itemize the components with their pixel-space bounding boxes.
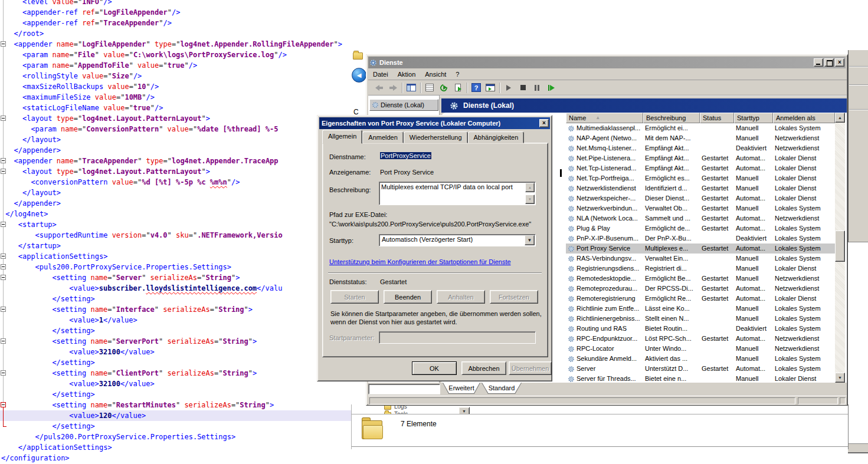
scroll-up-button[interactable]: ▲ <box>525 183 535 192</box>
service-row[interactable]: Remotedesktopdie...Ermöglicht Be...Gesta… <box>566 274 835 284</box>
fold-collapse-box[interactable] <box>1 307 6 312</box>
service-row[interactable]: Registrierungsdiens...Registriert di...M… <box>566 264 835 274</box>
scrollbar-thumb[interactable] <box>835 231 845 262</box>
service-row[interactable]: RPC-Endpunktzuor...Löst RPC-Sch...Gestar… <box>566 334 835 344</box>
service-row[interactable]: Routing und RASBietet Routin...Deaktivie… <box>566 324 835 334</box>
view-tab-erweitert[interactable]: Erweitert <box>443 383 480 394</box>
toolbar-back-button[interactable] <box>372 81 386 94</box>
menu-item-Ansicht[interactable]: Ansicht <box>420 71 451 78</box>
tab-wiederherstellung[interactable]: Wiederherstellung <box>404 131 468 143</box>
service-row[interactable]: Server für Threads...Bietet eine n...Man… <box>566 374 835 383</box>
fold-collapse-box[interactable] <box>1 222 6 227</box>
stop-service-button[interactable] <box>516 81 530 94</box>
anhalten-button[interactable]: Anhalten <box>437 290 485 304</box>
service-cell-name: Netzwerkspeicher-... <box>566 193 643 203</box>
tab-anmelden[interactable]: Anmelden <box>362 131 404 143</box>
fold-collapse-box[interactable] <box>1 41 6 47</box>
starttyp-select[interactable]: Automatisch (Verzögerter Start) ▼ <box>379 234 536 246</box>
close-icon[interactable]: × <box>539 119 549 127</box>
maximize-button[interactable] <box>824 58 834 67</box>
service-row[interactable]: Net.Msmq-Listener...Empfängt Akt...Deakt… <box>566 143 835 153</box>
dialog-titlebar[interactable]: Eigenschaften von Port Proxy Service (Lo… <box>319 117 550 129</box>
fold-collapse-box[interactable] <box>1 370 6 376</box>
properties-button[interactable] <box>422 81 437 94</box>
column-header-beschreibung[interactable]: Beschreibung <box>643 113 700 123</box>
menu-item-Datei[interactable]: Datei <box>368 71 393 78</box>
service-row[interactable]: NLA (Network Loca...Sammelt und ...Gesta… <box>566 213 835 223</box>
fold-collapse-box[interactable] <box>1 402 6 407</box>
fold-collapse-box[interactable] <box>1 254 6 259</box>
service-cell-starttyp: Manuell <box>734 264 773 274</box>
service-cell-starttyp: Manuell <box>734 374 773 383</box>
abbrechen-button[interactable]: Abbrechen <box>461 361 506 375</box>
fold-collapse-box[interactable] <box>1 169 6 174</box>
starten-button[interactable]: Starten <box>330 290 379 304</box>
service-row[interactable]: NAP-Agent (Netwo...Mit dem NAP-...Manuel… <box>566 133 835 143</box>
properties-dialog: Eigenschaften von Port Proxy Service (Lo… <box>317 115 552 381</box>
scroll-down-button[interactable]: ▼ <box>835 373 845 383</box>
fold-collapse-box[interactable] <box>1 158 6 163</box>
service-row[interactable]: Netzwerkspeicher-...Dieser Dienst...Gest… <box>566 193 835 203</box>
service-row[interactable]: RAS-Verbindungsv...Verwaltet Ein...Manue… <box>566 254 835 264</box>
service-row[interactable]: Netzwerkverbindun...Verwaltet Ob...Gesta… <box>566 203 835 213</box>
export-list-button[interactable] <box>451 81 465 94</box>
column-header-name[interactable]: Name▲ <box>566 113 643 123</box>
code-line: <appender-ref ref="TraceAppender"/> <box>0 18 868 28</box>
startparameter-input[interactable] <box>379 331 536 344</box>
chevron-down-icon[interactable]: ▼ <box>525 235 535 245</box>
service-gear-icon <box>568 356 575 363</box>
fold-collapse-box[interactable] <box>1 116 6 121</box>
view-tab-standard[interactable]: Standard <box>482 383 522 394</box>
service-row[interactable]: Net.Pipe-Listenera...Empfängt Akt...Gest… <box>566 153 835 163</box>
beschreibung-label: Beschreibung: <box>329 186 371 193</box>
refresh-button[interactable] <box>437 81 451 94</box>
menu-item-Aktion[interactable]: Aktion <box>393 71 421 78</box>
service-row[interactable]: Port Proxy ServiceMultiplexes e...Gestar… <box>566 243 835 254</box>
service-row[interactable]: RPC-LocatorUnter Windo...ManuellNetzwerk… <box>566 344 835 354</box>
service-row[interactable]: Remoteprozedurau...Der RPCSS-Di...Gestar… <box>566 284 835 294</box>
toolbar-forward-button[interactable] <box>386 81 400 94</box>
services-window-titlebar[interactable]: Dienste × <box>368 57 846 68</box>
service-row[interactable]: Multimediaklassenpl...Ermöglicht ei...Ma… <box>566 123 835 133</box>
menu-item-help[interactable]: ? <box>451 71 464 78</box>
column-header-starttyp[interactable]: Starttyp <box>734 113 773 123</box>
service-row[interactable]: Richtlinie zum Entfe...Lässt eine Ko...M… <box>566 304 835 314</box>
service-row[interactable]: Net.Tcp-Listenerad...Empfängt Akt...Gest… <box>566 163 835 173</box>
extended-view-button[interactable] <box>483 81 497 94</box>
fold-collapse-box[interactable] <box>1 275 6 280</box>
svc-header[interactable]: Name▲BeschreibungStatusStarttypAnmelden … <box>566 113 835 123</box>
close-button[interactable]: × <box>835 58 844 67</box>
tab-abhängigkeiten[interactable]: Abhängigkeiten <box>468 131 525 143</box>
help-button[interactable]: ? <box>469 81 483 94</box>
scroll-up-button[interactable]: ▲ <box>835 113 845 123</box>
pause-service-button[interactable] <box>530 81 544 94</box>
fortsetzen-button[interactable]: Fortsetzen <box>490 290 538 304</box>
column-header-anmelden-als[interactable]: Anmelden als <box>773 113 835 123</box>
service-row[interactable]: ServerUnterstützt D...GestartetAutomat..… <box>566 364 835 374</box>
scrollbar[interactable]: ▲ ▼ <box>835 113 845 383</box>
beschreibung-field[interactable]: Multiplexes external TCP/IP data on loca… <box>379 182 536 205</box>
fold-gutter[interactable] <box>0 0 8 464</box>
service-row[interactable]: Plug & PlayErmöglicht de...GestartetAuto… <box>566 223 835 233</box>
service-row[interactable]: NetzwerklistendienstIdentifiziert d...Ge… <box>566 183 835 193</box>
show-console-tree-button[interactable] <box>404 81 418 94</box>
start-service-button[interactable] <box>502 81 516 94</box>
fold-collapse-box[interactable] <box>1 338 6 344</box>
beenden-button[interactable]: Beenden <box>384 290 432 304</box>
service-row[interactable]: RemoteregistrierungErmöglicht Re...Gesta… <box>566 294 835 304</box>
back-button[interactable]: ◀ <box>352 68 366 83</box>
service-row[interactable]: Richtlinienergebniss...Stellt einen N...… <box>566 314 835 324</box>
startoptionen-help-link[interactable]: Unterstützung beim Konfigurieren der Sta… <box>329 258 511 265</box>
tree-item-dienste-lokal[interactable]: Dienste (Lokal) <box>369 99 438 111</box>
tab-allgemein[interactable]: Allgemein <box>322 130 362 144</box>
service-row[interactable]: Sekundäre Anmeld...Aktiviert das ...Manu… <box>566 354 835 364</box>
minimize-button[interactable] <box>814 58 823 67</box>
fold-collapse-box[interactable] <box>1 264 6 269</box>
scroll-down-button[interactable]: ▼ <box>525 195 535 204</box>
ok-button[interactable]: OK <box>412 361 457 375</box>
column-header-status[interactable]: Status <box>700 113 734 123</box>
uebernehmen-button[interactable]: Übernehmen <box>509 361 552 375</box>
service-row[interactable]: PnP-X-IP-Busenum...Der PnP-X-Bu...Deakti… <box>566 233 835 243</box>
service-row[interactable]: Net.Tcp-Portfreiga...Ermöglicht es...Ges… <box>566 173 835 183</box>
restart-service-button[interactable] <box>544 81 558 94</box>
